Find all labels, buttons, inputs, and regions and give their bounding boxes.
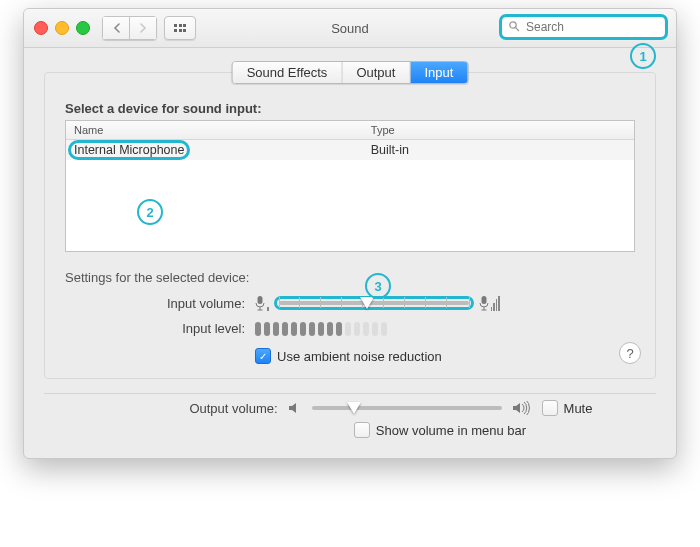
device-type-cell: Built-in (363, 140, 634, 160)
annotation-3: 3 (365, 273, 391, 299)
input-volume-row: Input volume: (65, 295, 635, 311)
level-segment (300, 322, 306, 336)
show-all-button[interactable] (164, 16, 196, 40)
preferences-window: Sound 1 Sound Effects Output Input Selec… (23, 8, 677, 459)
level-segment (318, 322, 324, 336)
grid-icon (174, 24, 186, 32)
ambient-noise-checkbox[interactable]: ✓ Use ambient noise reduction (255, 348, 442, 364)
device-name-cell: Internal Microphone (71, 143, 187, 157)
help-button[interactable]: ? (619, 342, 641, 364)
settings-heading: Settings for the selected device: (65, 270, 635, 285)
search-field[interactable] (501, 16, 666, 38)
level-segment (363, 322, 369, 336)
svg-line-1 (516, 27, 519, 30)
tab-output[interactable]: Output (342, 62, 410, 83)
search-icon (508, 20, 520, 35)
sound-panel: Sound Effects Output Input Select a devi… (44, 72, 656, 379)
table-header: Name Type (66, 121, 634, 140)
level-segment (354, 322, 360, 336)
close-icon[interactable] (34, 21, 48, 35)
svg-rect-2 (258, 296, 263, 304)
mute-label: Mute (564, 401, 593, 416)
level-segment (309, 322, 315, 336)
nav-buttons (102, 16, 157, 40)
svg-rect-5 (481, 296, 486, 304)
level-segment (264, 322, 270, 336)
table-row[interactable]: Internal Microphone Built-in (66, 140, 634, 160)
tabs: Sound Effects Output Input (232, 61, 469, 84)
output-volume-label: Output volume: (108, 401, 278, 416)
checkbox-icon (354, 422, 370, 438)
tab-sound-effects[interactable]: Sound Effects (233, 62, 343, 83)
annotation-1: 1 (630, 43, 656, 69)
minimize-icon[interactable] (55, 21, 69, 35)
input-volume-label: Input volume: (65, 296, 245, 311)
speaker-low-icon (288, 401, 302, 415)
output-volume-row: Output volume: Mute (44, 400, 656, 416)
output-volume-slider[interactable] (312, 406, 502, 410)
forward-button[interactable] (129, 16, 157, 40)
ambient-noise-label: Use ambient noise reduction (277, 349, 442, 364)
show-volume-menubar-label: Show volume in menu bar (376, 423, 526, 438)
checkbox-icon: ✓ (255, 348, 271, 364)
mic-high-icon (479, 295, 500, 311)
input-volume-slider[interactable] (279, 301, 469, 305)
separator (44, 393, 656, 394)
device-table: Name Type Internal Microphone Built-in (65, 120, 635, 252)
input-level-label: Input level: (65, 321, 245, 336)
window-controls (34, 21, 90, 35)
zoom-icon[interactable] (76, 21, 90, 35)
window-body: Sound Effects Output Input Select a devi… (24, 48, 676, 458)
level-segment (282, 322, 288, 336)
level-segment (291, 322, 297, 336)
column-type[interactable]: Type (363, 121, 634, 139)
slider-thumb[interactable] (347, 402, 361, 414)
search-input[interactable] (524, 19, 677, 35)
back-button[interactable] (102, 16, 129, 40)
show-volume-menubar-checkbox[interactable]: Show volume in menu bar (354, 422, 526, 438)
level-segment (345, 322, 351, 336)
titlebar: Sound 1 (24, 9, 676, 48)
checkbox-icon (542, 400, 558, 416)
input-level-meter (255, 322, 387, 336)
mic-low-icon (255, 295, 269, 311)
speaker-high-icon (512, 401, 532, 415)
column-name[interactable]: Name (66, 121, 363, 139)
level-segment (381, 322, 387, 336)
tab-input[interactable]: Input (410, 62, 467, 83)
level-segment (273, 322, 279, 336)
input-device-heading: Select a device for sound input: (65, 101, 635, 116)
mute-checkbox[interactable]: Mute (542, 400, 593, 416)
input-level-row: Input level: (65, 321, 635, 336)
level-segment (255, 322, 261, 336)
level-segment (336, 322, 342, 336)
level-segment (372, 322, 378, 336)
slider-thumb[interactable] (360, 297, 374, 309)
annotation-2: 2 (137, 199, 163, 225)
level-segment (327, 322, 333, 336)
